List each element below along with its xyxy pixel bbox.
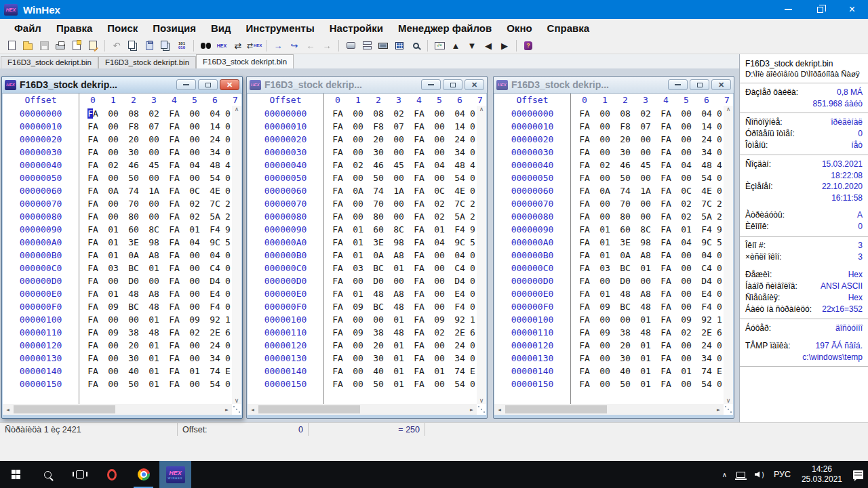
scrollbar-thumb[interactable] <box>258 405 360 413</box>
hex-byte[interactable]: FA <box>409 133 429 146</box>
hex-byte[interactable]: FA <box>328 326 348 339</box>
hex-byte[interactable]: 50 <box>123 378 144 390</box>
menu-item-1[interactable]: Правка <box>49 22 100 34</box>
hex-byte[interactable]: FA <box>409 197 429 210</box>
hex-byte[interactable]: F4 <box>450 223 470 236</box>
hex-byte[interactable]: 07 <box>389 120 409 133</box>
hex-byte[interactable]: 5A <box>696 210 717 223</box>
hex-byte[interactable]: 40 <box>123 365 144 378</box>
hex-byte[interactable]: 5 <box>470 236 477 249</box>
scroll-left-icon[interactable]: ◄ <box>3 407 13 413</box>
hex-offset[interactable]: 000000F0 <box>248 300 323 313</box>
hex-byte[interactable]: 00 <box>676 352 696 365</box>
hex-byte[interactable]: FA <box>574 300 595 313</box>
hex-byte[interactable]: FA <box>656 274 676 287</box>
hex-byte[interactable]: 00 <box>348 210 368 223</box>
hex-byte[interactable]: 00 <box>595 210 615 223</box>
hex-offset[interactable]: 00000010 <box>248 120 323 133</box>
hex-byte[interactable]: 00 <box>103 339 123 352</box>
hex-byte[interactable]: 80 <box>615 210 635 223</box>
hex-byte[interactable]: 0 <box>470 120 477 133</box>
hex-byte[interactable]: 30 <box>123 352 144 365</box>
nav-up-button[interactable]: ▲ <box>448 39 464 53</box>
hex-offset[interactable]: 00000030 <box>3 146 79 159</box>
hex-offset[interactable]: 00000130 <box>248 352 323 365</box>
hex-byte[interactable]: 00 <box>184 146 205 159</box>
hex-byte[interactable]: FA <box>83 159 103 171</box>
hex-offset[interactable]: 00000040 <box>494 159 570 171</box>
hex-byte[interactable]: 14 <box>696 120 717 133</box>
hex-byte[interactable]: FA <box>83 365 103 378</box>
hex-offset[interactable]: 000000E0 <box>494 287 570 300</box>
hex-byte[interactable]: 00 <box>103 197 123 210</box>
hex-byte[interactable]: 48 <box>696 159 717 171</box>
hex-byte[interactable]: 00 <box>144 146 164 159</box>
resize-grip[interactable] <box>730 411 732 413</box>
hex-byte[interactable]: FA <box>83 326 103 339</box>
hex-byte[interactable]: 0 <box>717 171 724 184</box>
child-window-titlebar[interactable]: HEXF16D3_stock dekrip...✕ <box>494 77 734 94</box>
hex-byte[interactable]: 00 <box>348 365 368 378</box>
hex-byte[interactable]: 00 <box>348 197 368 210</box>
hex-byte[interactable]: 01 <box>103 287 123 300</box>
script-button[interactable] <box>431 39 448 53</box>
hex-byte[interactable]: 74 <box>368 184 389 197</box>
resize-grip[interactable] <box>239 411 240 413</box>
hex-byte[interactable]: 00 <box>595 365 615 378</box>
ram-editor-button[interactable] <box>375 39 391 53</box>
hex-byte[interactable]: 00 <box>676 274 696 287</box>
hex-byte[interactable]: 09 <box>429 313 450 326</box>
hex-offset[interactable]: 00000070 <box>3 197 79 210</box>
hex-byte[interactable]: 46 <box>615 159 635 171</box>
hex-byte[interactable]: 5 <box>717 236 724 249</box>
hex-byte[interactable]: E4 <box>205 287 225 300</box>
scroll-up-icon[interactable]: ∧ <box>479 106 484 113</box>
scroll-down-icon[interactable]: ∨ <box>726 397 731 404</box>
hex-byte[interactable]: FA <box>164 352 184 365</box>
hex-byte[interactable]: 00 <box>348 274 368 287</box>
hex-byte[interactable]: 01 <box>389 339 409 352</box>
hex-byte[interactable]: FA <box>164 262 184 274</box>
hex-byte[interactable]: E4 <box>450 287 470 300</box>
hex-byte[interactable]: 34 <box>205 146 225 159</box>
hex-byte[interactable]: FA <box>656 365 676 378</box>
child-window-titlebar[interactable]: HEXF16D3_stock dekrip...✕ <box>247 77 487 94</box>
hex-byte[interactable]: FA <box>409 326 429 339</box>
child-close-button[interactable]: ✕ <box>711 79 731 90</box>
hex-byte[interactable]: FA <box>656 107 676 120</box>
hex-byte[interactable]: FA <box>328 352 348 365</box>
hex-byte[interactable]: 00 <box>103 120 123 133</box>
hex-byte[interactable]: 00 <box>429 287 450 300</box>
hex-byte[interactable]: 6 <box>470 326 477 339</box>
hex-byte[interactable]: 8C <box>389 223 409 236</box>
hex-byte[interactable]: 00 <box>595 133 615 146</box>
hex-byte[interactable]: 2 <box>470 210 477 223</box>
hex-byte[interactable]: 5A <box>450 210 470 223</box>
hex-byte[interactable]: 98 <box>144 236 164 249</box>
hex-byte[interactable]: 00 <box>184 274 205 287</box>
hex-byte[interactable]: 00 <box>595 313 615 326</box>
hex-byte[interactable]: 02 <box>676 326 696 339</box>
paste-button[interactable] <box>141 39 157 53</box>
menu-item-6[interactable]: Настройки <box>322 22 391 34</box>
hex-byte[interactable]: 8C <box>144 223 164 236</box>
hex-byte[interactable]: FA <box>164 365 184 378</box>
hex-byte[interactable]: FA <box>656 133 676 146</box>
hex-byte[interactable]: 0C <box>429 184 450 197</box>
hex-byte[interactable]: 0C <box>184 184 205 197</box>
hex-byte[interactable]: E4 <box>696 287 717 300</box>
hex-byte[interactable]: 54 <box>450 378 470 390</box>
hex-byte[interactable]: FA <box>164 223 184 236</box>
tab-0[interactable]: F16D3_stock dekript.bin <box>1 56 98 68</box>
open-folder-button[interactable] <box>20 39 36 53</box>
hex-byte[interactable]: 24 <box>696 339 717 352</box>
hex-byte[interactable]: 20 <box>615 133 635 146</box>
hex-byte[interactable]: 74 <box>450 365 470 378</box>
hex-byte[interactable]: 04 <box>450 249 470 262</box>
tray-network-button[interactable] <box>732 461 750 488</box>
scroll-down-icon[interactable]: ∨ <box>479 397 484 404</box>
hex-byte[interactable]: A8 <box>635 287 656 300</box>
hex-offset[interactable]: 00000150 <box>494 378 570 390</box>
hex-byte[interactable]: 46 <box>123 159 144 171</box>
hex-byte[interactable]: FA <box>164 378 184 390</box>
